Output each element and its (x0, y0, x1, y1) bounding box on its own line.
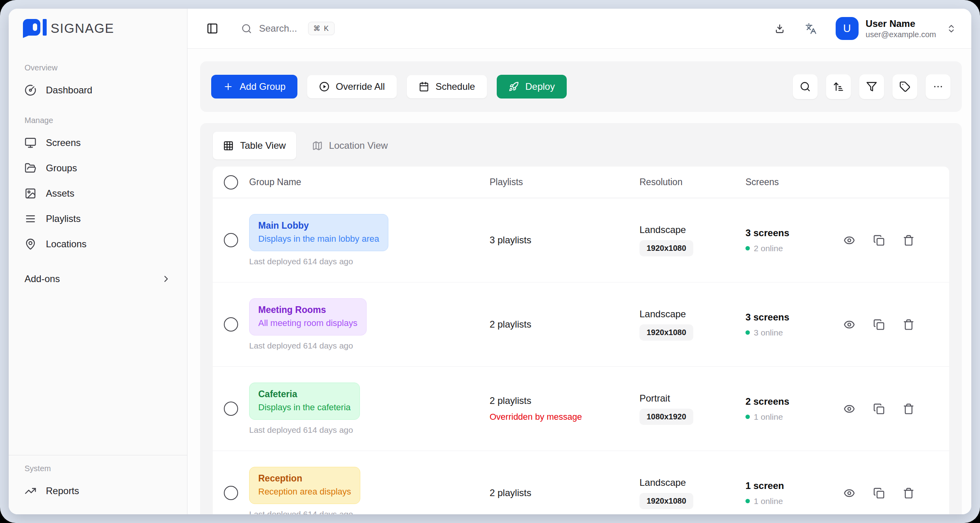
user-email: user@example.com (866, 30, 936, 40)
playlists-count: 2 playlists (490, 395, 639, 406)
add-ons-label: Add-ons (25, 273, 60, 284)
tab-table-view-label: Table View (240, 140, 286, 151)
languages-icon (805, 23, 817, 34)
pisignage-logo-icon (22, 19, 47, 38)
sidebar-item-label: Groups (46, 163, 77, 174)
download-button[interactable] (771, 20, 789, 38)
eye-icon (844, 487, 855, 499)
desktop-background: SIGNAGE Overview Dashboard Manage Screen… (0, 0, 980, 523)
folder-open-icon (25, 162, 36, 174)
deploy-label: Deploy (525, 81, 555, 92)
add-group-button[interactable]: Add Group (211, 75, 297, 99)
duplicate-button[interactable] (873, 319, 885, 330)
sidebar-item-label: Reports (46, 485, 79, 496)
table-row: Cafeteria Displays in the cafeteria Last… (213, 367, 949, 451)
sidebar-item-reports[interactable]: Reports (20, 479, 176, 503)
last-deployed: Last deployed 614 days ago (249, 510, 490, 514)
page-content: Add Group Override All Schedule Deploy (187, 49, 971, 514)
duplicate-button[interactable] (873, 487, 885, 499)
copy-icon (873, 319, 885, 330)
sidebar-item-playlists[interactable]: Playlists (20, 207, 176, 231)
app-window: SIGNAGE Overview Dashboard Manage Screen… (9, 9, 971, 514)
search-icon (241, 23, 252, 34)
tab-table-view[interactable]: Table View (213, 132, 296, 159)
view-button[interactable] (844, 235, 855, 246)
section-label-system: System (25, 464, 171, 473)
row-checkbox[interactable] (224, 486, 238, 500)
list-icon (25, 213, 36, 225)
group-description: All meeting room displays (258, 318, 358, 328)
avatar[interactable]: U (836, 17, 859, 40)
override-all-button[interactable]: Override All (307, 75, 397, 99)
row-checkbox[interactable] (224, 317, 238, 332)
sidebar-item-locations[interactable]: Locations (20, 232, 176, 256)
table-row: Reception Reception area displays Last d… (213, 451, 949, 514)
group-toolbar: Add Group Override All Schedule Deploy (200, 61, 962, 112)
group-badge[interactable]: Main Lobby Displays in the main lobby ar… (249, 214, 388, 251)
language-button[interactable] (802, 20, 820, 38)
search-groups-button[interactable] (793, 74, 818, 99)
delete-button[interactable] (903, 403, 914, 415)
sidebar-item-assets[interactable]: Assets (20, 181, 176, 206)
view-button[interactable] (844, 319, 855, 330)
online-dot (745, 415, 750, 419)
orientation: Landscape (639, 309, 745, 320)
table-row: Meeting Rooms All meeting room displays … (213, 282, 949, 367)
sidebar-item-label: Playlists (46, 213, 81, 224)
screens-count: 1 screen (745, 480, 844, 491)
group-badge[interactable]: Reception Reception area displays (249, 467, 360, 504)
user-menu-button[interactable] (946, 24, 956, 34)
screens-count: 2 screens (745, 396, 844, 407)
online-count: 1 online (754, 412, 783, 422)
sidebar-item-groups[interactable]: Groups (20, 156, 176, 180)
column-header-group-name: Group Name (249, 177, 490, 188)
copy-icon (873, 403, 885, 415)
sidebar-toggle-button[interactable] (206, 23, 218, 34)
sidebar-item-add-ons[interactable]: Add-ons (20, 267, 176, 291)
delete-button[interactable] (903, 235, 914, 246)
download-icon (774, 23, 785, 34)
delete-button[interactable] (903, 319, 914, 330)
search-icon (800, 81, 811, 92)
duplicate-button[interactable] (873, 403, 885, 415)
duplicate-button[interactable] (873, 235, 885, 246)
row-checkbox[interactable] (224, 402, 238, 416)
deploy-button[interactable]: Deploy (497, 75, 567, 99)
groups-table: Group Name Playlists Resolution Screens … (213, 167, 949, 514)
more-options-button[interactable] (925, 74, 951, 99)
view-button[interactable] (844, 487, 855, 499)
schedule-button[interactable]: Schedule (407, 75, 487, 99)
filter-button[interactable] (859, 74, 884, 99)
view-tabs: Table View Location View (213, 132, 949, 159)
playlists-count: 2 playlists (490, 487, 639, 498)
copy-icon (873, 487, 885, 499)
tab-location-view[interactable]: Location View (302, 132, 398, 159)
group-badge[interactable]: Cafeteria Displays in the cafeteria (249, 383, 360, 420)
groups-panel: Table View Location View Group Name Play… (200, 123, 962, 514)
last-deployed: Last deployed 614 days ago (249, 341, 490, 351)
sidebar-item-dashboard[interactable]: Dashboard (20, 78, 176, 102)
search-shortcut-badge: ⌘ K (308, 22, 335, 35)
plus-icon (223, 81, 233, 92)
row-checkbox[interactable] (224, 233, 238, 247)
brand-logo: SIGNAGE (9, 9, 187, 38)
sidebar-item-screens[interactable]: Screens (20, 131, 176, 155)
resolution-badge: 1920x1080 (639, 324, 693, 341)
column-header-screens: Screens (745, 177, 844, 188)
rocket-icon (509, 81, 519, 92)
play-circle-icon (319, 81, 329, 92)
tags-button[interactable] (892, 74, 918, 99)
view-button[interactable] (844, 403, 855, 415)
chevrons-up-down-icon (946, 24, 956, 34)
group-badge[interactable]: Meeting Rooms All meeting room displays (249, 298, 367, 335)
header-actions: U User Name user@example.com (771, 17, 956, 40)
select-all-checkbox[interactable] (224, 175, 238, 189)
search-input[interactable]: Search... ⌘ K (241, 22, 335, 35)
last-deployed: Last deployed 614 days ago (249, 425, 490, 435)
trending-up-icon (25, 485, 36, 497)
sort-button[interactable] (826, 74, 851, 99)
add-group-label: Add Group (240, 81, 286, 92)
online-dot (745, 499, 750, 503)
group-description: Displays in the cafeteria (258, 402, 351, 413)
delete-button[interactable] (903, 487, 914, 499)
